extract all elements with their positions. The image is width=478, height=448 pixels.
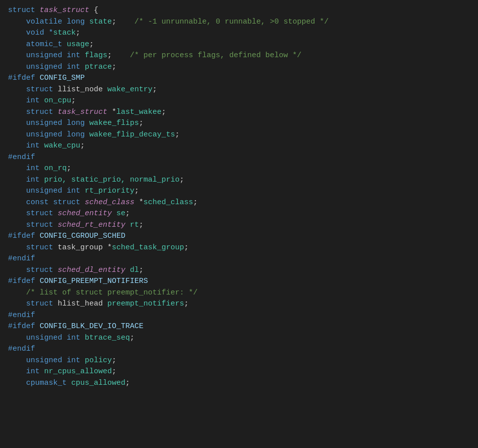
code-line: unsigned int flags; /* per process flags… xyxy=(8,50,470,62)
code-line: #ifdef CONFIG_SMP xyxy=(8,73,470,84)
code-line: unsigned int btrace_seq; xyxy=(8,333,470,344)
code-line: struct task_group *sched_task_group; xyxy=(8,242,470,254)
code-line: atomic_t usage; xyxy=(8,39,470,51)
code-line: int wake_cpu; xyxy=(8,140,470,152)
code-line: unsigned int policy; xyxy=(8,355,470,367)
code-line: const struct sched_class *sched_class; xyxy=(8,197,470,209)
code-line: #ifdef CONFIG_PREEMPT_NOTIFIERS xyxy=(8,276,470,287)
code-line: /* list of struct preempt_notifier: */ xyxy=(8,287,470,299)
code-line: #ifdef CONFIG_BLK_DEV_IO_TRACE xyxy=(8,321,470,333)
code-line: #ifdef CONFIG_CGROUP_SCHED xyxy=(8,231,470,242)
code-line: int on_cpu; xyxy=(8,95,470,107)
code-line: #endif xyxy=(8,344,470,355)
code-line: void *stack; xyxy=(8,28,470,39)
code-line: struct sched_dl_entity dl; xyxy=(8,265,470,276)
code-line: unsigned long wakee_flips; xyxy=(8,118,470,129)
code-line: volatile long state; /* -1 unrunnable, 0… xyxy=(8,17,470,28)
code-line: unsigned int rt_priority; xyxy=(8,186,470,197)
code-line: struct hlist_head preempt_notifiers; xyxy=(8,298,470,310)
code-display: struct task_struct { volatile long state… xyxy=(8,5,470,389)
code-line: struct task_struct { xyxy=(8,5,470,17)
code-line: struct llist_node wake_entry; xyxy=(8,84,470,96)
code-line: #endif xyxy=(8,152,470,164)
code-line: int prio, static_prio, normal_prio; xyxy=(8,175,470,186)
code-line: int nr_cpus_allowed; xyxy=(8,366,470,378)
code-line: int on_rq; xyxy=(8,163,470,175)
code-line: unsigned int ptrace; xyxy=(8,62,470,73)
code-line: cpumask_t cpus_allowed; xyxy=(8,378,470,389)
code-line: struct sched_entity se; xyxy=(8,208,470,220)
code-line: #endif xyxy=(8,253,470,265)
code-line: unsigned long wakee_flip_decay_ts; xyxy=(8,129,470,141)
code-line: struct sched_rt_entity rt; xyxy=(8,220,470,231)
code-line: #endif xyxy=(8,310,470,322)
code-line: struct task_struct *last_wakee; xyxy=(8,107,470,118)
